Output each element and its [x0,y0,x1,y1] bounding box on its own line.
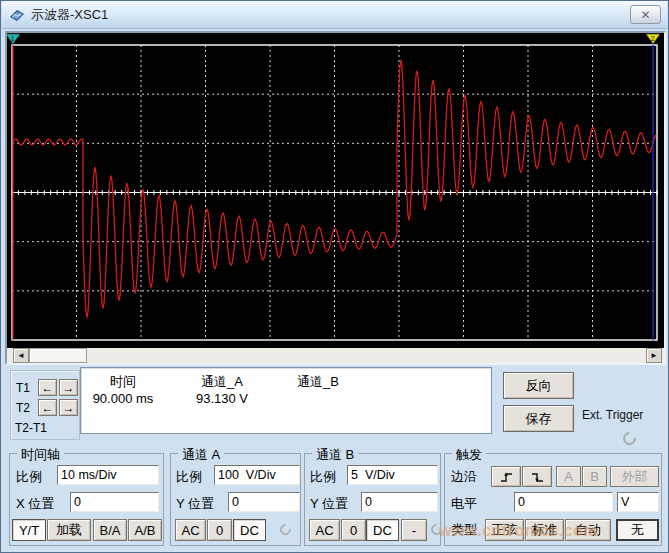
titlebar[interactable]: 示波器-XSC1 [2,1,667,29]
scroll-left-button[interactable]: ◄ [13,348,29,363]
channel-b-ac-button[interactable]: AC [309,519,340,541]
window-title: 示波器-XSC1 [31,6,108,24]
channel-b-minus-button[interactable]: - [401,519,427,541]
measurement-panel: 时间 通道_A 通道_B 90.000 ms 93.130 V [80,367,492,434]
column-header-channel-b: 通道_B [276,373,360,391]
t1-channel-a-value: 93.130 V [178,391,266,406]
trigger-source-ext-button[interactable]: 外部 [610,466,659,487]
oscilloscope-icon [9,8,25,22]
channel-b-dc-button[interactable]: DC [366,519,399,541]
trigger-type-label: 类型 [451,521,477,539]
trigger-level-unit-select[interactable]: V [617,492,659,512]
channel-a-ypos-label: Y 位置 [176,495,214,513]
channel-a-trace [13,60,656,318]
channel-a-terminal-icon [278,522,294,538]
timebase-group: 时间轴 比例 X 位置 Y/T 加载 B/A A/B [9,453,164,546]
trigger-type-normal-button[interactable]: 标准 [525,519,564,541]
column-header-time: 时间 [81,373,165,391]
trigger-group: 触发 边沿 A B 外部 电平 V 类型 [444,453,662,546]
reverse-button[interactable]: 反向 [503,372,574,399]
scope-display-frame: 12 ◄ ► [5,31,666,365]
oscilloscope-window: 示波器-XSC1 ✕ 12 ◄ ► T1 ← → T2 ← [0,0,669,553]
scroll-right-button[interactable]: ► [646,348,662,363]
close-icon: ✕ [640,8,650,22]
trigger-type-auto-button[interactable]: 自动 [565,519,611,541]
channel-b-title: 通道 B [312,446,358,464]
mode-yt-button[interactable]: Y/T [12,519,46,541]
left-arrow-icon: ← [42,382,54,394]
channel-b-ypos-label: Y 位置 [310,495,348,513]
horizontal-scrollbar[interactable]: ◄ ► [7,348,664,363]
trigger-source-a-button[interactable]: A [556,466,581,487]
timebase-scale-label: 比例 [16,468,42,486]
t2-right-button[interactable]: → [59,399,78,416]
falling-edge-icon [530,470,545,484]
channel-a-title: 通道 A [178,446,224,464]
channel-b-group: 通道 B 比例 Y 位置 AC 0 DC - [304,453,441,546]
channel-a-group: 通道 A 比例 Y 位置 AC 0 DC [170,453,301,546]
falling-edge-button[interactable] [522,466,552,487]
channel-b-terminal-icon [429,522,445,538]
right-arrow-icon: → [63,402,75,414]
t2-cursor-label: 2 [650,34,655,43]
mode-ab-button[interactable]: A/B [128,519,162,541]
trigger-type-single-button[interactable]: 正弦 [485,519,524,541]
scroll-left-icon: ◄ [17,351,25,360]
oscilloscope-screen: 12 [7,33,664,348]
trigger-level-label: 电平 [451,495,477,513]
t1-time-value: 90.000 ms [81,391,165,406]
mode-add-button[interactable]: 加载 [47,519,91,541]
right-arrow-icon: → [63,382,75,394]
trigger-type-none-button[interactable]: 无 [616,519,659,541]
channel-b-scale-input[interactable] [347,465,438,485]
trigger-source-b-button[interactable]: B [582,466,607,487]
t1-right-button[interactable]: → [59,379,78,396]
close-button[interactable]: ✕ [630,5,661,24]
t2-t1-label: T2-T1 [15,421,47,435]
ext-trigger-label: Ext. Trigger [582,408,643,422]
column-header-channel-a: 通道_A [178,373,266,391]
channel-a-dc-button[interactable]: DC [233,519,266,541]
trigger-edge-label: 边沿 [451,468,477,486]
channel-a-ground-button[interactable]: 0 [207,519,232,541]
t2-label: T2 [16,401,30,415]
rising-edge-button[interactable] [491,466,521,487]
scroll-right-icon: ► [650,351,658,360]
channel-a-ac-button[interactable]: AC [175,519,206,541]
channel-a-ypos-input[interactable] [228,492,300,512]
trigger-title: 触发 [452,446,486,464]
timebase-xpos-input[interactable] [70,492,159,512]
cursor-controls: T1 ← → T2 ← → T2-T1 [10,370,80,440]
scrollbar-thumb[interactable] [29,348,87,363]
ext-trigger-terminal-icon [620,429,638,447]
save-button[interactable]: 保存 [503,405,574,432]
cursor-readout-section: T1 ← → T2 ← → T2-T1 时间 通道_A 通道_B 90.000 … [1,365,669,451]
channel-b-scale-label: 比例 [310,468,336,486]
channel-a-scale-input[interactable] [214,465,300,485]
t2-left-button[interactable]: ← [38,399,57,416]
trigger-level-input[interactable] [514,492,613,512]
mode-ba-button[interactable]: B/A [93,519,127,541]
channel-b-ground-button[interactable]: 0 [341,519,366,541]
timebase-scale-input[interactable] [57,465,159,485]
left-arrow-icon: ← [42,402,54,414]
t1-label: T1 [16,381,30,395]
channel-b-ypos-input[interactable] [361,492,438,512]
channel-a-scale-label: 比例 [176,468,202,486]
timebase-xpos-label: X 位置 [16,495,54,513]
rising-edge-icon [499,470,514,484]
t1-cursor-label: 1 [10,34,15,43]
t1-left-button[interactable]: ← [38,379,57,396]
timebase-title: 时间轴 [17,446,64,464]
